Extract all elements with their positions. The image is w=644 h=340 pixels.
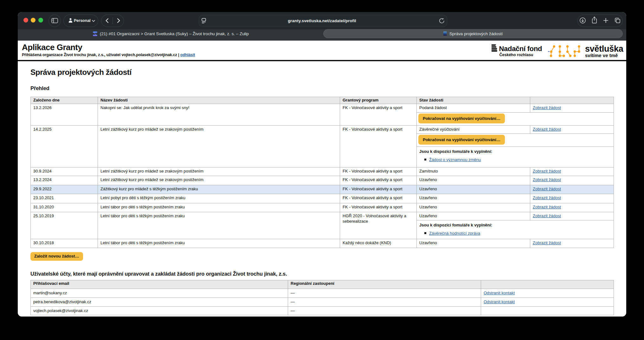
svg-text:Českého rozhlasu: Českého rozhlasu	[499, 52, 533, 57]
svg-text:světluška: světluška	[585, 44, 624, 54]
svg-text:svítíme ve tmě: svítíme ve tmě	[585, 53, 618, 58]
svg-text:Nadační fond: Nadační fond	[499, 45, 542, 53]
